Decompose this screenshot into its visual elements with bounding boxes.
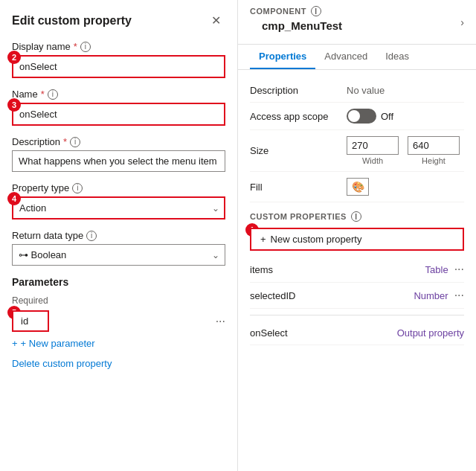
return-data-type-group: Return data type i ⊶ Boolean ⌄ — [12, 230, 225, 266]
panel-title: Edit custom property — [12, 14, 132, 28]
property-type-wrapper: 4 Action Data Event ⌄ — [12, 196, 225, 220]
right-header: COMPONENT i cmp_MenuTest › — [238, 0, 476, 45]
size-inputs: Width Height — [347, 136, 464, 165]
parameters-title: Parameters — [12, 276, 225, 288]
parameters-section: Parameters Required 5 id ··· + + New par… — [12, 276, 225, 369]
custom-properties-section: CUSTOM PROPERTIES i 1 + New custom prope… — [250, 211, 464, 345]
custom-prop-row-selectedid: selectedID Number ··· — [250, 283, 464, 309]
display-name-info-icon[interactable]: i — [80, 42, 91, 52]
delete-custom-property-link[interactable]: Delete custom property — [12, 358, 112, 369]
height-input-group: Height — [408, 136, 460, 165]
display-name-group: Display name * i 2 — [12, 41, 225, 78]
name-label: Name * i — [12, 89, 225, 100]
component-label: COMPONENT i — [250, 6, 354, 16]
tab-ideas[interactable]: Ideas — [376, 45, 418, 69]
prop-row-fill: Fill 🎨 — [250, 172, 464, 202]
description-input[interactable] — [12, 150, 225, 172]
param-box: id — [12, 310, 49, 332]
description-info-icon[interactable]: i — [70, 137, 80, 147]
new-custom-prop-wrapper: 1 + New custom property — [250, 228, 464, 251]
tabs: Properties Advanced Ideas — [238, 45, 476, 70]
height-input[interactable] — [408, 136, 460, 155]
access-app-scope-toggle: Off — [347, 109, 464, 124]
param-options-icon[interactable]: ··· — [216, 315, 225, 328]
prop-row-description: Description No value — [250, 79, 464, 103]
selectedid-options-icon[interactable]: ··· — [454, 289, 464, 302]
required-label: Required — [12, 295, 225, 306]
name-input-wrapper: 3 — [12, 103, 225, 126]
display-name-input[interactable] — [12, 55, 225, 78]
name-badge: 3 — [7, 98, 21, 112]
component-info-icon[interactable]: i — [311, 6, 321, 16]
name-group: Name * i 3 — [12, 89, 225, 126]
param-input-wrapper: 5 id — [12, 310, 49, 332]
new-custom-prop-plus-icon: + — [260, 234, 266, 245]
right-content: Description No value Access app scope Of… — [238, 70, 476, 471]
custom-prop-row-items: items Table ··· — [250, 257, 464, 283]
return-data-type-select[interactable]: ⊶ Boolean — [12, 244, 225, 266]
custom-properties-info-icon[interactable]: i — [351, 211, 361, 222]
toggle-thumb — [348, 110, 360, 122]
component-label-wrapper: COMPONENT i cmp_MenuTest — [250, 6, 354, 38]
prop-row-access-app-scope: Access app scope Off — [250, 103, 464, 130]
panel-header: Edit custom property ✕ — [12, 12, 225, 29]
tab-properties[interactable]: Properties — [250, 45, 315, 69]
new-parameter-button[interactable]: + + New parameter — [12, 338, 95, 349]
divider — [250, 315, 464, 315]
plus-icon: + — [12, 338, 18, 349]
display-name-input-wrapper: 2 — [12, 55, 225, 78]
custom-properties-header: CUSTOM PROPERTIES i — [250, 211, 464, 222]
property-type-info-icon[interactable]: i — [72, 183, 83, 193]
prop-row-size: Size Width Height — [250, 130, 464, 172]
description-label: Description * i — [12, 136, 225, 147]
description-group: Description * i — [12, 136, 225, 172]
right-panel: COMPONENT i cmp_MenuTest › Properties Ad… — [238, 0, 476, 471]
display-name-badge: 2 — [7, 51, 21, 64]
width-input-group: Width — [347, 136, 399, 165]
toggle-track[interactable] — [347, 109, 376, 124]
tab-advanced[interactable]: Advanced — [315, 45, 376, 69]
close-button[interactable]: ✕ — [207, 12, 225, 29]
component-name: cmp_MenuTest — [250, 16, 354, 38]
chevron-right-icon[interactable]: › — [460, 16, 464, 28]
param-row: 5 id ··· — [12, 310, 225, 332]
property-type-badge: 4 — [7, 192, 21, 205]
items-options-icon[interactable]: ··· — [454, 263, 464, 276]
name-info-icon[interactable]: i — [48, 89, 58, 100]
custom-prop-row-onselect: onSelect Output property — [250, 321, 464, 345]
width-input[interactable] — [347, 136, 399, 155]
name-input[interactable] — [12, 103, 225, 126]
property-type-group: Property type i 4 Action Data Event ⌄ — [12, 182, 225, 220]
return-data-type-wrapper: ⊶ Boolean ⌄ — [12, 244, 225, 266]
property-type-select[interactable]: Action Data Event — [12, 196, 225, 220]
return-data-type-info-icon[interactable]: i — [86, 231, 97, 241]
new-custom-property-button[interactable]: + New custom property — [250, 228, 464, 251]
display-name-label: Display name * i — [12, 41, 225, 52]
return-data-type-label: Return data type i — [12, 230, 225, 241]
left-panel: Edit custom property ✕ Display name * i … — [0, 0, 238, 471]
property-type-label: Property type i — [12, 182, 225, 193]
fill-swatch[interactable]: 🎨 — [347, 178, 369, 196]
